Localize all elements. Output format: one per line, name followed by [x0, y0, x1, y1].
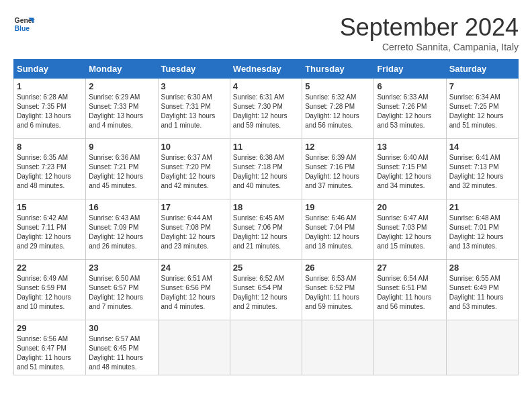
calendar-header-row: Sunday Monday Tuesday Wednesday Thursday…	[14, 60, 519, 79]
day-info: Sunrise: 6:28 AMSunset: 7:35 PMDaylight:…	[17, 93, 83, 130]
calendar-cell	[374, 320, 446, 375]
calendar-cell: 5Sunrise: 6:32 AMSunset: 7:28 PMDaylight…	[302, 79, 374, 139]
calendar-cell: 1Sunrise: 6:28 AMSunset: 7:35 PMDaylight…	[14, 79, 86, 139]
title-area: September 2024 Cerreto Sannita, Campania…	[340, 13, 519, 52]
day-number: 18	[233, 202, 299, 212]
calendar-cell: 25Sunrise: 6:52 AMSunset: 6:54 PMDayligh…	[230, 260, 302, 320]
day-number: 27	[377, 263, 443, 273]
day-number: 7	[449, 81, 515, 91]
calendar-cell	[158, 320, 230, 375]
day-number: 25	[233, 263, 299, 273]
day-number: 21	[449, 202, 515, 212]
calendar-cell: 28Sunrise: 6:55 AMSunset: 6:49 PMDayligh…	[446, 260, 518, 320]
page-header: General Blue September 2024 Cerreto Sann…	[13, 13, 519, 52]
day-number: 16	[89, 202, 154, 212]
calendar-cell: 2Sunrise: 6:29 AMSunset: 7:33 PMDaylight…	[86, 79, 158, 139]
calendar-cell	[230, 320, 302, 375]
day-info: Sunrise: 6:48 AMSunset: 7:01 PMDaylight:…	[449, 214, 515, 251]
calendar-cell: 3Sunrise: 6:30 AMSunset: 7:31 PMDaylight…	[158, 79, 230, 139]
col-friday: Friday	[374, 60, 446, 79]
calendar-cell	[302, 320, 374, 375]
calendar-cell: 22Sunrise: 6:49 AMSunset: 6:59 PMDayligh…	[14, 260, 86, 320]
day-info: Sunrise: 6:42 AMSunset: 7:11 PMDaylight:…	[17, 214, 83, 251]
calendar-cell: 20Sunrise: 6:47 AMSunset: 7:03 PMDayligh…	[374, 199, 446, 260]
calendar-cell: 6Sunrise: 6:33 AMSunset: 7:26 PMDaylight…	[374, 79, 446, 139]
calendar-cell: 17Sunrise: 6:44 AMSunset: 7:08 PMDayligh…	[158, 199, 230, 260]
calendar-cell: 18Sunrise: 6:45 AMSunset: 7:06 PMDayligh…	[230, 199, 302, 260]
day-info: Sunrise: 6:47 AMSunset: 7:03 PMDaylight:…	[377, 214, 443, 251]
calendar-cell: 9Sunrise: 6:36 AMSunset: 7:21 PMDaylight…	[86, 139, 158, 199]
day-info: Sunrise: 6:35 AMSunset: 7:23 PMDaylight:…	[17, 153, 83, 191]
day-info: Sunrise: 6:34 AMSunset: 7:25 PMDaylight:…	[449, 93, 515, 130]
calendar-cell: 8Sunrise: 6:35 AMSunset: 7:23 PMDaylight…	[14, 139, 86, 199]
col-monday: Monday	[86, 60, 158, 79]
calendar-week-row: 8Sunrise: 6:35 AMSunset: 7:23 PMDaylight…	[14, 139, 519, 199]
day-number: 23	[89, 263, 154, 273]
day-info: Sunrise: 6:31 AMSunset: 7:30 PMDaylight:…	[233, 93, 299, 130]
day-number: 3	[161, 81, 227, 91]
col-wednesday: Wednesday	[230, 60, 302, 79]
day-number: 19	[305, 202, 371, 212]
svg-text:Blue: Blue	[15, 25, 30, 32]
day-info: Sunrise: 6:45 AMSunset: 7:06 PMDaylight:…	[233, 214, 299, 251]
month-title: September 2024	[340, 13, 519, 42]
calendar-week-row: 22Sunrise: 6:49 AMSunset: 6:59 PMDayligh…	[14, 260, 519, 320]
calendar-cell: 4Sunrise: 6:31 AMSunset: 7:30 PMDaylight…	[230, 79, 302, 139]
day-info: Sunrise: 6:32 AMSunset: 7:28 PMDaylight:…	[305, 93, 371, 130]
calendar-cell: 7Sunrise: 6:34 AMSunset: 7:25 PMDaylight…	[446, 79, 518, 139]
day-number: 13	[377, 142, 443, 152]
day-info: Sunrise: 6:36 AMSunset: 7:21 PMDaylight:…	[89, 153, 154, 191]
location-subtitle: Cerreto Sannita, Campania, Italy	[340, 42, 519, 52]
day-number: 11	[233, 142, 299, 152]
calendar-cell: 29Sunrise: 6:56 AMSunset: 6:47 PMDayligh…	[14, 320, 86, 375]
calendar-cell	[446, 320, 518, 375]
day-info: Sunrise: 6:52 AMSunset: 6:54 PMDaylight:…	[233, 274, 299, 312]
day-number: 28	[449, 263, 515, 273]
day-number: 1	[17, 81, 83, 91]
day-info: Sunrise: 6:50 AMSunset: 6:57 PMDaylight:…	[89, 274, 154, 312]
calendar-week-row: 1Sunrise: 6:28 AMSunset: 7:35 PMDaylight…	[14, 79, 519, 139]
day-number: 10	[161, 142, 227, 152]
day-info: Sunrise: 6:37 AMSunset: 7:20 PMDaylight:…	[161, 153, 227, 191]
day-info: Sunrise: 6:30 AMSunset: 7:31 PMDaylight:…	[161, 93, 227, 130]
col-saturday: Saturday	[446, 60, 518, 79]
calendar-cell: 11Sunrise: 6:38 AMSunset: 7:18 PMDayligh…	[230, 139, 302, 199]
calendar-cell: 30Sunrise: 6:57 AMSunset: 6:45 PMDayligh…	[86, 320, 158, 375]
day-info: Sunrise: 6:40 AMSunset: 7:15 PMDaylight:…	[377, 153, 443, 191]
day-info: Sunrise: 6:29 AMSunset: 7:33 PMDaylight:…	[89, 93, 154, 130]
day-number: 29	[17, 323, 83, 333]
calendar-cell: 19Sunrise: 6:46 AMSunset: 7:04 PMDayligh…	[302, 199, 374, 260]
day-info: Sunrise: 6:57 AMSunset: 6:45 PMDaylight:…	[89, 334, 154, 372]
day-info: Sunrise: 6:39 AMSunset: 7:16 PMDaylight:…	[305, 153, 371, 191]
calendar-cell: 15Sunrise: 6:42 AMSunset: 7:11 PMDayligh…	[14, 199, 86, 260]
day-number: 2	[89, 81, 154, 91]
calendar-cell: 12Sunrise: 6:39 AMSunset: 7:16 PMDayligh…	[302, 139, 374, 199]
calendar-cell: 14Sunrise: 6:41 AMSunset: 7:13 PMDayligh…	[446, 139, 518, 199]
col-thursday: Thursday	[302, 60, 374, 79]
day-number: 6	[377, 81, 443, 91]
day-number: 14	[449, 142, 515, 152]
day-info: Sunrise: 6:54 AMSunset: 6:51 PMDaylight:…	[377, 274, 443, 312]
col-tuesday: Tuesday	[158, 60, 230, 79]
calendar-cell: 24Sunrise: 6:51 AMSunset: 6:56 PMDayligh…	[158, 260, 230, 320]
day-info: Sunrise: 6:51 AMSunset: 6:56 PMDaylight:…	[161, 274, 227, 312]
day-number: 9	[89, 142, 154, 152]
calendar-cell: 16Sunrise: 6:43 AMSunset: 7:09 PMDayligh…	[86, 199, 158, 260]
calendar-week-row: 29Sunrise: 6:56 AMSunset: 6:47 PMDayligh…	[14, 320, 519, 375]
day-number: 8	[17, 142, 83, 152]
calendar-week-row: 15Sunrise: 6:42 AMSunset: 7:11 PMDayligh…	[14, 199, 519, 260]
day-number: 22	[17, 263, 83, 273]
day-info: Sunrise: 6:41 AMSunset: 7:13 PMDaylight:…	[449, 153, 515, 191]
calendar-cell: 13Sunrise: 6:40 AMSunset: 7:15 PMDayligh…	[374, 139, 446, 199]
day-number: 12	[305, 142, 371, 152]
day-number: 26	[305, 263, 371, 273]
day-info: Sunrise: 6:55 AMSunset: 6:49 PMDaylight:…	[449, 274, 515, 312]
day-number: 15	[17, 202, 83, 212]
day-number: 17	[161, 202, 227, 212]
day-number: 4	[233, 81, 299, 91]
calendar-cell: 23Sunrise: 6:50 AMSunset: 6:57 PMDayligh…	[86, 260, 158, 320]
calendar-cell: 21Sunrise: 6:48 AMSunset: 7:01 PMDayligh…	[446, 199, 518, 260]
day-number: 30	[89, 323, 154, 333]
day-info: Sunrise: 6:44 AMSunset: 7:08 PMDaylight:…	[161, 214, 227, 251]
day-info: Sunrise: 6:38 AMSunset: 7:18 PMDaylight:…	[233, 153, 299, 191]
